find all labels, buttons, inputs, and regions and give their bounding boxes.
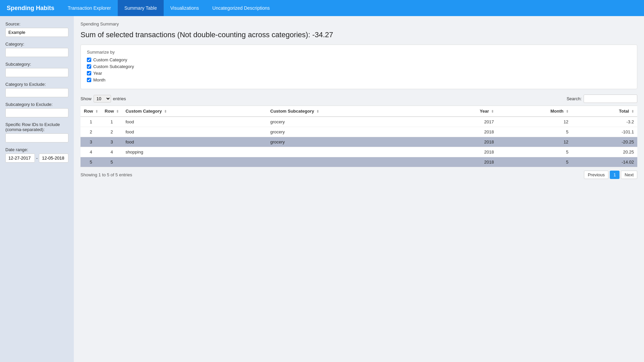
- cell-2-1: 3: [101, 137, 122, 147]
- pagination-row: Showing 1 to 5 of 5 entries Previous 1 N…: [80, 171, 637, 179]
- th-custom-subcategory[interactable]: Custom Subcategory ⇕: [267, 106, 434, 117]
- pagination-info: Showing 1 to 5 of 5 entries: [80, 172, 132, 177]
- cell-0-3: grocery: [267, 117, 434, 127]
- prev-button[interactable]: Previous: [584, 171, 608, 179]
- cell-0-1: 1: [101, 117, 122, 127]
- checkbox-2[interactable]: [87, 71, 91, 75]
- data-table: Row ⇕ Row ⇕ Custom Category ⇕ Custom Sub…: [80, 106, 637, 167]
- subcategory-input[interactable]: [5, 68, 68, 77]
- cell-2-2: food: [122, 137, 267, 147]
- row-ids-input[interactable]: [5, 133, 68, 142]
- checkbox-label-0: Custom Category: [93, 57, 127, 62]
- table-header: Row ⇕ Row ⇕ Custom Category ⇕ Custom Sub…: [80, 106, 637, 117]
- checkbox-1[interactable]: [87, 64, 91, 69]
- cell-3-5: 5: [497, 147, 572, 157]
- date-range-label: Date range:: [5, 147, 68, 152]
- checkbox-container: Custom CategoryCustom SubcategoryYearMon…: [87, 57, 631, 82]
- page-1-button[interactable]: 1: [610, 171, 620, 179]
- th-year[interactable]: Year ⇕: [434, 106, 497, 117]
- cell-3-6: 20.25: [572, 147, 637, 157]
- category-label: Category:: [5, 42, 68, 47]
- app: Source: Category: Subcategory: Category …: [0, 16, 644, 362]
- cell-4-2: [122, 157, 267, 167]
- category-exclude-field: Category to Exclude:: [5, 82, 68, 97]
- date-end-input[interactable]: [39, 154, 68, 163]
- cell-4-3: [267, 157, 434, 167]
- table-row: 33foodgrocery201812-20.25: [80, 137, 637, 147]
- cell-1-5: 5: [497, 127, 572, 137]
- sidebar: Source: Category: Subcategory: Category …: [0, 16, 74, 362]
- checkbox-3[interactable]: [87, 78, 91, 82]
- entries-label: entries: [113, 96, 126, 101]
- cell-1-0: 2: [80, 127, 101, 137]
- check-item-3: Month: [87, 77, 631, 82]
- subcategory-exclude-label: Subcategory to Exclude:: [5, 102, 68, 107]
- row-ids-field: Specific Row IDs to Exclude (comma-separ…: [5, 122, 68, 142]
- th-row-num[interactable]: Row ⇕: [80, 106, 101, 117]
- category-input[interactable]: [5, 48, 68, 57]
- show-label: Show: [80, 96, 92, 101]
- search-label: Search:: [567, 96, 582, 101]
- category-field: Category:: [5, 42, 68, 57]
- tab-visualizations[interactable]: Visualizations: [164, 0, 206, 16]
- cell-4-6: -14.02: [572, 157, 637, 167]
- cell-1-6: -101.1: [572, 127, 637, 137]
- category-exclude-label: Category to Exclude:: [5, 82, 68, 87]
- cell-0-4: 2017: [434, 117, 497, 127]
- subcategory-exclude-field: Subcategory to Exclude:: [5, 102, 68, 117]
- summarize-label: Summarize by: [87, 50, 631, 55]
- subcategory-field: Subcategory:: [5, 62, 68, 77]
- tab-summary-table[interactable]: Summary Table: [118, 0, 164, 16]
- subcategory-label: Subcategory:: [5, 62, 68, 67]
- source-field: Source:: [5, 21, 68, 37]
- checkbox-label-3: Month: [93, 77, 105, 82]
- date-dash: -: [36, 156, 38, 161]
- cell-1-3: grocery: [267, 127, 434, 137]
- source-input[interactable]: [5, 28, 68, 37]
- cell-3-2: shopping: [122, 147, 267, 157]
- cell-4-1: 5: [101, 157, 122, 167]
- cell-1-4: 2018: [434, 127, 497, 137]
- cell-0-0: 1: [80, 117, 101, 127]
- next-button[interactable]: Next: [621, 171, 637, 179]
- cell-3-4: 2018: [434, 147, 497, 157]
- cell-0-6: -3.2: [572, 117, 637, 127]
- th-row[interactable]: Row ⇕: [101, 106, 122, 117]
- sum-heading: Sum of selected transactions (Not double…: [80, 31, 637, 39]
- checkbox-0[interactable]: [87, 58, 91, 62]
- cell-3-1: 4: [101, 147, 122, 157]
- cell-2-0: 3: [80, 137, 101, 147]
- th-custom-category[interactable]: Custom Category ⇕: [122, 106, 267, 117]
- tab-uncategorized-descriptions[interactable]: Uncategorized Descriptions: [206, 0, 276, 16]
- navbar: Spending Habits Transaction Explorer Sum…: [0, 0, 644, 16]
- cell-2-5: 12: [497, 137, 572, 147]
- cell-1-2: food: [122, 127, 267, 137]
- check-item-2: Year: [87, 71, 631, 76]
- brand: Spending Habits: [0, 0, 61, 16]
- row-ids-label: Specific Row IDs to Exclude (comma-separ…: [5, 122, 68, 132]
- cell-4-4: 2018: [434, 157, 497, 167]
- cell-0-5: 12: [497, 117, 572, 127]
- table-row: 5520185-14.02: [80, 157, 637, 167]
- subcategory-exclude-input[interactable]: [5, 108, 68, 117]
- date-start-input[interactable]: [5, 154, 35, 163]
- main-content: Spending Summary Sum of selected transac…: [74, 16, 644, 362]
- checkbox-label-1: Custom Subcategory: [93, 64, 134, 69]
- date-range-field: Date range: -: [5, 147, 68, 163]
- pagination-buttons: Previous 1 Next: [584, 171, 637, 179]
- date-range-row: -: [5, 154, 68, 163]
- cell-4-5: 5: [497, 157, 572, 167]
- th-month[interactable]: Month ⇕: [497, 106, 572, 117]
- search-input[interactable]: [584, 95, 637, 103]
- th-total[interactable]: Total ⇕: [572, 106, 637, 117]
- summarize-box: Summarize by Custom CategoryCustom Subca…: [80, 45, 637, 89]
- table-controls: Show 10 25 50 100 entries Search:: [80, 95, 637, 103]
- cell-3-0: 4: [80, 147, 101, 157]
- entries-select[interactable]: 10 25 50 100: [94, 95, 111, 103]
- tab-transaction-explorer[interactable]: Transaction Explorer: [61, 0, 118, 16]
- cell-2-3: grocery: [267, 137, 434, 147]
- table-body: 11foodgrocery201712-3.222foodgrocery2018…: [80, 117, 637, 167]
- cell-3-3: [267, 147, 434, 157]
- category-exclude-input[interactable]: [5, 88, 68, 97]
- table-row: 22foodgrocery20185-101.1: [80, 127, 637, 137]
